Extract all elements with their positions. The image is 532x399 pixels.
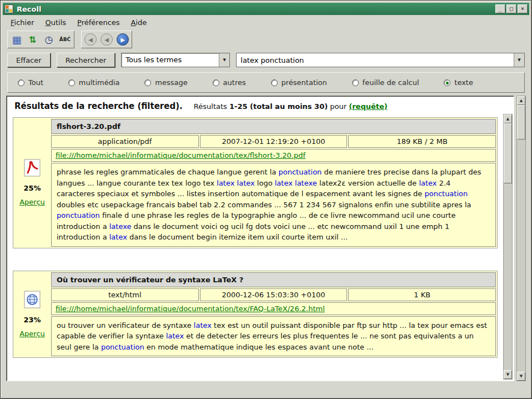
result-mime: application/pdf <box>51 135 199 148</box>
toolbar-group-main: ▦⇅◷ÂBĈ <box>7 31 74 48</box>
search-query-input[interactable] <box>237 53 514 67</box>
abstract-text: ou trouver un verificateur de syntaxe <box>57 321 194 330</box>
results-range: 1-25 (total au moins 30) <box>229 102 328 111</box>
scrollbar-track[interactable] <box>517 139 525 372</box>
filter-feuille-de-calcul[interactable]: feuille de calcul <box>352 78 419 87</box>
result-url-link[interactable]: file:///home/michael/informatique/docume… <box>56 305 325 313</box>
scroll-up-icon[interactable]: ▲ <box>504 114 512 123</box>
search-button[interactable]: Rechercher <box>57 53 116 67</box>
preview-link[interactable]: Aperçu <box>19 330 45 338</box>
results-connector: pour <box>330 102 347 111</box>
chevron-down-icon[interactable]: ▼ <box>219 53 229 67</box>
prev-page-icon[interactable]: ◀ <box>101 33 113 46</box>
abstract-highlight: ponctuation <box>424 189 468 198</box>
filter-bar: Toutmultimédiamessageautresprésentationf… <box>7 72 525 93</box>
search-mode-value: Tous les termes <box>122 53 219 67</box>
abstract-text: logo <box>255 179 275 187</box>
results-title: Résultats de la recherche (filtered). <box>14 101 183 111</box>
clear-button[interactable]: Effacer <box>7 53 51 67</box>
pdf-document-icon <box>24 159 41 178</box>
html-document-icon <box>24 291 41 310</box>
abstract-text: latex2ε version actuelle de <box>317 179 419 187</box>
first-page-icon[interactable]: ◀ <box>84 33 97 46</box>
result-list-area: 25%Aperçuflshort-3.20.pdfapplication/pdf… <box>7 114 514 381</box>
scrollbar-thumb[interactable] <box>517 105 525 139</box>
result-gutter: 25%Aperçu <box>14 119 50 247</box>
filter-label: feuille de calcul <box>363 78 419 87</box>
abstract-highlight: latexe <box>109 222 132 231</box>
result-url-row: file:///home/michael/informatique/docume… <box>51 149 496 162</box>
filter-autres[interactable]: autres <box>213 78 246 87</box>
result-abstract: phrase les regles grammaticales de chaqu… <box>51 163 496 247</box>
result-title[interactable]: flshort-3.20.pdf <box>51 119 496 134</box>
abstract-highlight: latex latexe <box>275 179 317 187</box>
filter-label: autres <box>223 78 246 87</box>
radio-icon[interactable] <box>444 79 450 86</box>
preview-link[interactable]: Aperçu <box>19 198 45 206</box>
menu-preferences[interactable]: Préférences <box>73 17 124 28</box>
document-history-icon[interactable]: ◷ <box>42 32 56 47</box>
scrollbar-thumb[interactable] <box>504 123 512 183</box>
results-panel: Résultats de la recherche (filtered). Ré… <box>6 96 514 381</box>
abstract-text: doubles etc usepackage francais babel ta… <box>57 201 471 209</box>
result-entry: 23%AperçuOù trouver un vérificateur de s… <box>13 271 498 358</box>
outer-scrollbar[interactable]: ▲ ▼ <box>516 96 526 381</box>
results-count-label: Résultats <box>194 102 227 111</box>
search-query-combo[interactable]: ▼ <box>236 53 525 67</box>
maximize-button[interactable]: □ <box>506 4 516 13</box>
window-controls: _□× <box>495 4 528 13</box>
chevron-down-icon[interactable]: ▼ <box>514 53 524 67</box>
scroll-up-icon[interactable]: ▲ <box>517 96 525 105</box>
toolbar-group-nav: ◀◀▶ <box>81 31 132 48</box>
result-info-row: application/pdf2007-12-01 12:19:20 +0100… <box>51 135 496 148</box>
abstract-highlight: latex <box>109 233 127 241</box>
scroll-down-icon[interactable]: ▼ <box>504 370 512 379</box>
result-date: 2000-12-06 15:03:30 +0100 <box>200 288 348 301</box>
radio-icon[interactable] <box>213 79 219 86</box>
result-table: Où trouver un vérificateur de syntaxe La… <box>51 272 496 357</box>
toolbar: ▦⇅◷ÂBĈ ◀◀▶ <box>3 29 529 50</box>
radio-icon[interactable] <box>352 79 359 86</box>
result-title[interactable]: Où trouver un vérificateur de syntaxe La… <box>51 272 496 287</box>
minimize-button[interactable]: _ <box>495 4 505 13</box>
result-url-link[interactable]: file:///home/michael/informatique/docume… <box>56 151 305 159</box>
radio-icon[interactable] <box>68 79 75 86</box>
inner-scrollbar[interactable]: ▲ ▼ <box>503 114 513 380</box>
result-url-row: file:///home/michael/informatique/docume… <box>51 302 496 315</box>
abstract-highlight: latex latex <box>217 179 254 187</box>
result-size: 1 KB <box>348 288 496 301</box>
sort-dates-icon[interactable]: ⇅ <box>26 32 40 47</box>
filter-presentation[interactable]: présentation <box>271 78 327 87</box>
query-details-icon[interactable]: ▦ <box>9 32 24 47</box>
radio-icon[interactable] <box>271 79 278 86</box>
abstract-highlight: latex <box>194 321 212 330</box>
filter-label: Tout <box>28 78 43 87</box>
results-header: Résultats de la recherche (filtered). Ré… <box>7 96 514 114</box>
filter-tout[interactable]: Tout <box>18 78 43 87</box>
menu-outils[interactable]: Outils <box>41 17 71 28</box>
app-icon <box>4 4 13 13</box>
scrollbar-track[interactable] <box>504 183 512 370</box>
recoll-window: Recoll _□× FichierOutilsPréférencesAide … <box>0 0 532 399</box>
filter-label: message <box>155 78 187 87</box>
titlebar: Recoll _□× <box>3 3 529 15</box>
menu-fichier[interactable]: Fichier <box>6 17 39 28</box>
filter-message[interactable]: message <box>144 78 187 87</box>
radio-icon[interactable] <box>144 79 151 86</box>
result-info-row: text/html2000-12-06 15:03:30 +01001 KB <box>51 288 496 301</box>
next-page-icon[interactable]: ▶ <box>117 33 129 46</box>
filter-texte[interactable]: texte <box>444 78 473 87</box>
result-entry: 25%Aperçuflshort-3.20.pdfapplication/pdf… <box>13 117 498 248</box>
close-button[interactable]: × <box>518 4 528 13</box>
filter-multimedia[interactable]: multimédia <box>68 78 120 87</box>
relevance-percent: 25% <box>23 184 41 192</box>
search-mode-select[interactable]: Tous les termes ▼ <box>121 53 230 67</box>
query-link[interactable]: (requête) <box>349 102 388 111</box>
result-table: flshort-3.20.pdfapplication/pdf2007-12-0… <box>51 119 496 247</box>
scroll-down-icon[interactable]: ▼ <box>517 372 525 381</box>
relevance-percent: 23% <box>23 316 41 324</box>
term-explorer-spell-icon[interactable]: ÂBĈ <box>58 32 72 47</box>
radio-icon[interactable] <box>18 79 24 86</box>
abstract-highlight: ponctuation <box>101 343 144 351</box>
menu-aide[interactable]: Aide <box>127 17 152 28</box>
